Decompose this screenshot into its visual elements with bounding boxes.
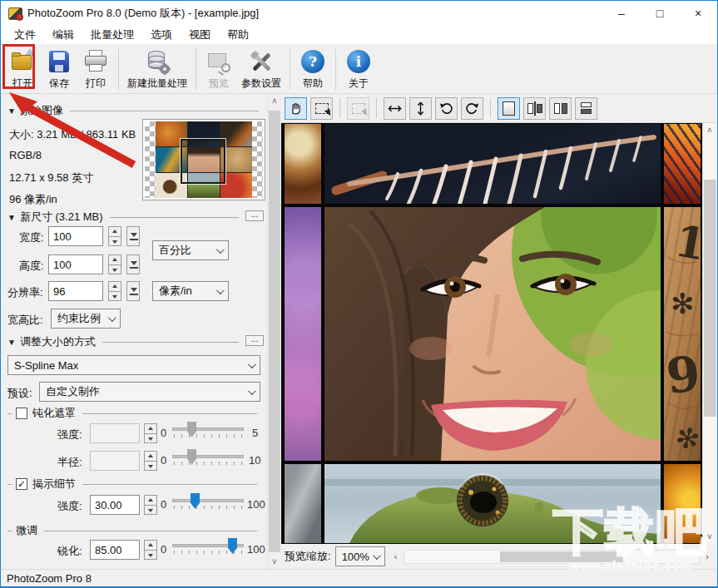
preview-vscrollbar-thumb[interactable] bbox=[704, 180, 716, 417]
about-button[interactable]: i 关于 bbox=[340, 47, 377, 92]
scroll-down-icon[interactable]: ˅ bbox=[268, 555, 281, 569]
height-input[interactable] bbox=[48, 254, 103, 274]
marquee-tool-button[interactable] bbox=[310, 97, 333, 120]
max-label: 10 bbox=[249, 454, 260, 467]
scroll-up-icon[interactable]: ˄ bbox=[268, 94, 281, 108]
maximize-button[interactable]: □ bbox=[641, 1, 679, 26]
top-bottom-icon bbox=[581, 102, 592, 114]
rotate-ccw-button[interactable] bbox=[435, 97, 458, 120]
title-bar: PhotoZoom Pro 8.0 (Demo 版本) - [example.j… bbox=[1, 1, 717, 26]
menu-batch[interactable]: 批量处理 bbox=[86, 26, 139, 44]
height-stepper[interactable] bbox=[108, 254, 121, 274]
about-icon: i bbox=[344, 48, 373, 75]
side-by-side-icon bbox=[554, 103, 567, 114]
resolution-stepper[interactable] bbox=[108, 281, 121, 301]
panel-scrollbar[interactable]: ˄ ˅ bbox=[267, 94, 281, 569]
status-text: PhotoZoom Pro 8 bbox=[7, 572, 92, 585]
resolution-unit-select[interactable]: 像素/in bbox=[152, 281, 229, 301]
view-side-by-side-button[interactable] bbox=[549, 97, 572, 120]
resolution-input[interactable] bbox=[48, 281, 103, 301]
min-label: 0 bbox=[161, 498, 166, 511]
menu-bar: 文件 编辑 批量处理 选项 视图 帮助 bbox=[1, 26, 717, 44]
section-new-size: ▼ 新尺寸 (3.21 MB) bbox=[7, 210, 239, 224]
menu-file[interactable]: 文件 bbox=[9, 26, 41, 44]
min-label: 0 bbox=[161, 454, 166, 467]
reveal-strength-input[interactable] bbox=[90, 495, 140, 515]
width-input[interactable] bbox=[48, 226, 103, 246]
new-size-more-button[interactable]: ... bbox=[245, 210, 264, 221]
new-batch-button[interactable]: 新建批量处理 bbox=[123, 47, 191, 92]
toolbar-separator bbox=[335, 48, 336, 90]
reveal-strength-stepper[interactable] bbox=[144, 495, 157, 515]
photo-tile-coral bbox=[285, 207, 321, 461]
close-button[interactable]: × bbox=[679, 1, 717, 26]
preset-select[interactable]: 自定义制作 bbox=[39, 382, 260, 402]
resolution-snap-button[interactable] bbox=[126, 281, 140, 301]
width-snap-button[interactable] bbox=[126, 226, 140, 246]
unsharp-mask-label: 钝化遮罩 bbox=[32, 406, 76, 421]
preview-viewport[interactable]: 1 9 ✻ ✻ ˄ ˅ bbox=[281, 123, 716, 544]
sharpen-stepper[interactable] bbox=[144, 540, 157, 560]
flip-horizontal-button[interactable] bbox=[384, 97, 406, 120]
main-toolbar: 打开 保存 打印 新建批量处理 预览 参数设置 ? 帮助 bbox=[1, 44, 717, 94]
rotate-cw-button[interactable] bbox=[461, 97, 483, 120]
section-original-image: ▼ 原始图像 bbox=[7, 104, 259, 117]
reveal-strength-slider[interactable] bbox=[172, 493, 244, 510]
height-snap-button[interactable] bbox=[126, 254, 140, 274]
minimize-button[interactable]: – bbox=[602, 1, 641, 26]
unsharp-strength-input bbox=[90, 423, 140, 443]
view-single-button[interactable] bbox=[498, 97, 520, 120]
collapse-icon[interactable]: ▼ bbox=[7, 213, 16, 222]
view-split-button[interactable] bbox=[523, 97, 546, 120]
unsharp-strength-stepper bbox=[144, 423, 157, 443]
hand-tool-button[interactable] bbox=[285, 97, 307, 120]
menu-help[interactable]: 帮助 bbox=[222, 26, 254, 44]
help-button[interactable]: ? 帮助 bbox=[295, 47, 331, 92]
chevron-down-icon bbox=[373, 551, 381, 560]
menu-options[interactable]: 选项 bbox=[146, 26, 177, 44]
width-label: 宽度: bbox=[19, 230, 44, 245]
sharpen-input[interactable] bbox=[90, 540, 140, 560]
chevron-down-icon bbox=[248, 387, 256, 395]
print-button[interactable]: 打印 bbox=[77, 47, 114, 92]
flip-horizontal-icon bbox=[387, 101, 403, 116]
max-label: 5 bbox=[252, 427, 258, 439]
reveal-detail-checkbox[interactable]: ✓ bbox=[16, 478, 27, 490]
collapse-icon[interactable]: ▼ bbox=[7, 106, 16, 116]
menu-view[interactable]: 视图 bbox=[184, 26, 215, 44]
save-button[interactable]: 保存 bbox=[41, 47, 77, 92]
width-stepper[interactable] bbox=[108, 226, 121, 246]
view-top-bottom-button[interactable] bbox=[575, 97, 597, 120]
flip-vertical-button[interactable] bbox=[409, 97, 432, 120]
menu-edit[interactable]: 编辑 bbox=[47, 26, 79, 44]
preview-vscrollbar[interactable]: ˄ ˅ bbox=[702, 123, 716, 544]
chevron-down-icon bbox=[216, 245, 225, 254]
panel-scrollbar-thumb[interactable] bbox=[269, 111, 280, 552]
settings-button[interactable]: 参数设置 bbox=[237, 47, 285, 92]
tools-icon bbox=[247, 48, 275, 75]
fine-tune-row: 微调 bbox=[7, 523, 257, 538]
scroll-down-icon[interactable]: ˅ bbox=[703, 530, 716, 544]
scroll-left-icon[interactable]: ‹ bbox=[390, 551, 402, 561]
collapse-icon[interactable]: ▼ bbox=[7, 338, 16, 347]
preview-bottom-bar: 预览缩放: 100% ‹ › bbox=[281, 544, 716, 569]
scroll-right-icon[interactable]: › bbox=[701, 551, 713, 561]
toolbar-separator bbox=[196, 48, 196, 90]
preview-hscrollbar-thumb[interactable] bbox=[500, 551, 623, 562]
unsharp-mask-checkbox[interactable] bbox=[16, 408, 27, 419]
photo-tile-frog bbox=[324, 464, 661, 543]
preview-hscrollbar[interactable] bbox=[404, 550, 700, 564]
preset-label: 预设: bbox=[7, 386, 32, 401]
reveal-detail-label: 揭示细节 bbox=[32, 477, 76, 492]
aspect-select[interactable]: 约束比例 bbox=[51, 309, 121, 329]
save-floppy-icon bbox=[45, 48, 73, 75]
image-thumbnail[interactable] bbox=[142, 119, 265, 200]
scroll-up-icon[interactable]: ˄ bbox=[703, 123, 716, 137]
preview-zoom-select[interactable]: 100% bbox=[335, 546, 385, 566]
algorithm-select[interactable]: S-Spline Max bbox=[7, 355, 260, 375]
size-unit-select[interactable]: 百分比 bbox=[152, 240, 229, 260]
method-more-button[interactable]: ... bbox=[245, 335, 264, 346]
preview-region-selector[interactable] bbox=[181, 139, 225, 184]
sharpen-slider[interactable] bbox=[172, 538, 244, 555]
height-label: 高度: bbox=[19, 259, 44, 274]
